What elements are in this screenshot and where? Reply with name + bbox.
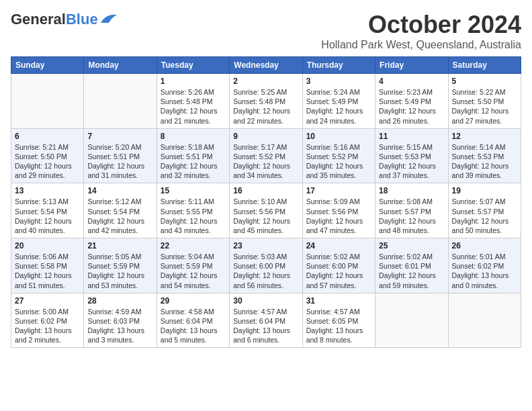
day-info: Sunrise: 5:02 AMSunset: 6:00 PMDaylight:…: [306, 252, 371, 290]
calendar-cell: 23Sunrise: 5:03 AMSunset: 6:00 PMDayligh…: [230, 238, 302, 293]
day-info: Sunrise: 4:57 AMSunset: 6:04 PMDaylight:…: [233, 307, 298, 345]
day-info: Sunrise: 5:24 AMSunset: 5:49 PMDaylight:…: [306, 87, 371, 126]
calendar-cell: [448, 293, 521, 348]
day-info: Sunrise: 5:02 AMSunset: 6:01 PMDaylight:…: [379, 252, 444, 290]
day-of-week-saturday: Saturday: [448, 57, 521, 74]
day-info: Sunrise: 5:13 AMSunset: 5:54 PMDaylight:…: [15, 197, 80, 235]
day-info: Sunrise: 5:08 AMSunset: 5:57 PMDaylight:…: [379, 197, 444, 235]
calendar-cell: 4Sunrise: 5:23 AMSunset: 5:49 PMDaylight…: [375, 74, 448, 129]
day-number: 18: [379, 186, 444, 195]
day-number: 23: [233, 241, 298, 250]
calendar-cell: 21Sunrise: 5:05 AMSunset: 5:59 PMDayligh…: [84, 238, 157, 293]
calendar-cell: 8Sunrise: 5:18 AMSunset: 5:51 PMDaylight…: [157, 128, 229, 183]
day-number: 13: [15, 186, 80, 195]
day-info: Sunrise: 5:16 AMSunset: 5:52 PMDaylight:…: [306, 142, 371, 181]
day-number: 4: [379, 77, 444, 86]
day-info: Sunrise: 5:01 AMSunset: 6:02 PMDaylight:…: [452, 252, 517, 290]
month-title: October 2024: [321, 11, 521, 39]
day-info: Sunrise: 5:04 AMSunset: 5:59 PMDaylight:…: [161, 252, 226, 290]
calendar-cell: 5Sunrise: 5:22 AMSunset: 5:50 PMDaylight…: [448, 74, 521, 129]
day-number: 25: [379, 241, 444, 250]
calendar-cell: 7Sunrise: 5:20 AMSunset: 5:51 PMDaylight…: [84, 128, 157, 183]
calendar-cell: 10Sunrise: 5:16 AMSunset: 5:52 PMDayligh…: [302, 128, 375, 183]
day-number: 22: [161, 241, 226, 250]
calendar-cell: 22Sunrise: 5:04 AMSunset: 5:59 PMDayligh…: [157, 238, 229, 293]
calendar-cell: 26Sunrise: 5:01 AMSunset: 6:02 PMDayligh…: [448, 238, 521, 293]
day-of-week-tuesday: Tuesday: [157, 57, 229, 74]
day-number: 9: [233, 132, 298, 141]
calendar-cell: 3Sunrise: 5:24 AMSunset: 5:49 PMDaylight…: [302, 74, 375, 129]
day-number: 15: [161, 186, 226, 195]
calendar-cell: 9Sunrise: 5:17 AMSunset: 5:52 PMDaylight…: [230, 128, 302, 183]
day-number: 17: [306, 186, 371, 195]
day-info: Sunrise: 5:21 AMSunset: 5:50 PMDaylight:…: [15, 142, 80, 181]
day-info: Sunrise: 4:57 AMSunset: 6:05 PMDaylight:…: [306, 307, 371, 345]
calendar-cell: 19Sunrise: 5:07 AMSunset: 5:57 PMDayligh…: [448, 183, 521, 238]
day-info: Sunrise: 4:59 AMSunset: 6:03 PMDaylight:…: [87, 307, 152, 345]
day-number: 21: [87, 241, 152, 250]
calendar-cell: 1Sunrise: 5:26 AMSunset: 5:48 PMDaylight…: [157, 74, 229, 129]
day-info: Sunrise: 5:15 AMSunset: 5:53 PMDaylight:…: [379, 142, 444, 181]
calendar-cell: 20Sunrise: 5:06 AMSunset: 5:58 PMDayligh…: [11, 238, 84, 293]
day-number: 31: [306, 296, 371, 306]
calendar-cell: [11, 74, 84, 129]
calendar-cell: 15Sunrise: 5:11 AMSunset: 5:55 PMDayligh…: [157, 183, 229, 238]
day-number: 16: [233, 186, 298, 195]
day-info: Sunrise: 5:06 AMSunset: 5:58 PMDaylight:…: [15, 252, 80, 290]
calendar-cell: 12Sunrise: 5:14 AMSunset: 5:53 PMDayligh…: [448, 128, 521, 183]
day-number: 7: [87, 132, 152, 141]
day-info: Sunrise: 5:03 AMSunset: 6:00 PMDaylight:…: [233, 252, 298, 290]
calendar-cell: 29Sunrise: 4:58 AMSunset: 6:04 PMDayligh…: [157, 293, 229, 348]
logo: General Blue: [11, 11, 118, 28]
day-number: 11: [379, 132, 444, 141]
day-number: 19: [452, 186, 517, 195]
day-number: 1: [161, 77, 226, 86]
day-number: 27: [15, 296, 80, 306]
day-number: 3: [306, 77, 371, 86]
day-info: Sunrise: 5:11 AMSunset: 5:55 PMDaylight:…: [161, 197, 226, 235]
calendar-cell: 6Sunrise: 5:21 AMSunset: 5:50 PMDaylight…: [11, 128, 84, 183]
logo-general: General: [11, 11, 66, 28]
day-info: Sunrise: 5:14 AMSunset: 5:53 PMDaylight:…: [452, 142, 517, 181]
day-info: Sunrise: 5:18 AMSunset: 5:51 PMDaylight:…: [161, 142, 226, 181]
day-of-week-thursday: Thursday: [302, 57, 375, 74]
day-number: 20: [15, 241, 80, 250]
day-info: Sunrise: 4:58 AMSunset: 6:04 PMDaylight:…: [161, 307, 226, 345]
day-number: 29: [161, 296, 226, 306]
day-of-week-monday: Monday: [84, 57, 157, 74]
day-info: Sunrise: 5:10 AMSunset: 5:56 PMDaylight:…: [233, 197, 298, 235]
day-info: Sunrise: 5:17 AMSunset: 5:52 PMDaylight:…: [233, 142, 298, 181]
calendar-cell: [375, 293, 448, 348]
page-header: General Blue October 2024 Holland Park W…: [11, 11, 521, 51]
calendar-cell: 25Sunrise: 5:02 AMSunset: 6:01 PMDayligh…: [375, 238, 448, 293]
day-number: 2: [233, 77, 298, 86]
day-info: Sunrise: 5:05 AMSunset: 5:59 PMDaylight:…: [87, 252, 152, 290]
title-block: October 2024 Holland Park West, Queensla…: [321, 11, 521, 51]
logo-blue: Blue: [66, 11, 98, 28]
calendar-cell: 16Sunrise: 5:10 AMSunset: 5:56 PMDayligh…: [230, 183, 302, 238]
calendar-cell: 27Sunrise: 5:00 AMSunset: 6:02 PMDayligh…: [11, 293, 84, 348]
calendar-cell: 17Sunrise: 5:09 AMSunset: 5:56 PMDayligh…: [302, 183, 375, 238]
calendar-cell: 11Sunrise: 5:15 AMSunset: 5:53 PMDayligh…: [375, 128, 448, 183]
location-title: Holland Park West, Queensland, Australia: [321, 39, 521, 51]
day-number: 12: [452, 132, 517, 141]
day-info: Sunrise: 5:20 AMSunset: 5:51 PMDaylight:…: [87, 142, 152, 181]
day-info: Sunrise: 5:09 AMSunset: 5:56 PMDaylight:…: [306, 197, 371, 235]
calendar-cell: [84, 74, 157, 129]
day-info: Sunrise: 5:25 AMSunset: 5:48 PMDaylight:…: [233, 87, 298, 126]
calendar-cell: 18Sunrise: 5:08 AMSunset: 5:57 PMDayligh…: [375, 183, 448, 238]
day-number: 30: [233, 296, 298, 306]
day-of-week-wednesday: Wednesday: [230, 57, 302, 74]
day-number: 24: [306, 241, 371, 250]
calendar-cell: 28Sunrise: 4:59 AMSunset: 6:03 PMDayligh…: [84, 293, 157, 348]
calendar-cell: 24Sunrise: 5:02 AMSunset: 6:00 PMDayligh…: [302, 238, 375, 293]
day-number: 28: [87, 296, 152, 306]
day-number: 8: [161, 132, 226, 141]
calendar-cell: 14Sunrise: 5:12 AMSunset: 5:54 PMDayligh…: [84, 183, 157, 238]
calendar-cell: 13Sunrise: 5:13 AMSunset: 5:54 PMDayligh…: [11, 183, 84, 238]
day-number: 14: [87, 186, 152, 195]
day-of-week-sunday: Sunday: [11, 57, 84, 74]
day-number: 5: [452, 77, 517, 86]
calendar-cell: 31Sunrise: 4:57 AMSunset: 6:05 PMDayligh…: [302, 293, 375, 348]
day-number: 26: [452, 241, 517, 250]
